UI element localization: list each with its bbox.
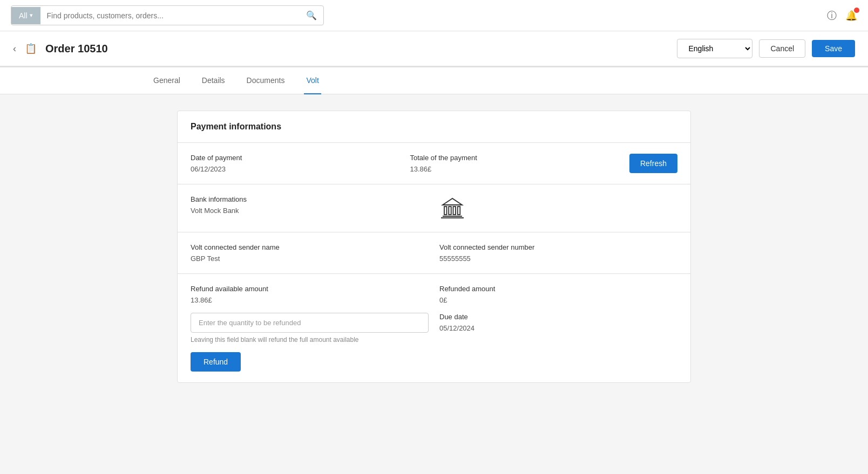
payment-card: Payment informations Date of payment 06/… (177, 111, 691, 383)
refund-amounts-row: Refund available amount 13.86£ Refunded … (191, 285, 677, 304)
bank-info-label: Bank informations (191, 195, 429, 203)
top-bar-right: ⓘ 🔔 (827, 9, 857, 22)
chevron-down-icon: ▾ (30, 12, 33, 19)
svg-marker-3 (443, 198, 462, 205)
main-content: Payment informations Date of payment 06/… (164, 94, 704, 399)
sender-number-value: 55555555 (439, 255, 677, 263)
refund-input-row: Leaving this field blank will refund the… (191, 313, 677, 344)
sender-name-label: Volt connected sender name (191, 243, 429, 251)
bank-icon (439, 195, 465, 221)
payment-card-title: Payment informations (191, 122, 281, 131)
search-icon: 🔍 (306, 11, 317, 20)
svg-rect-5 (449, 207, 451, 215)
help-button[interactable]: ⓘ (827, 9, 837, 22)
bank-info-row: Bank informations Volt Mock Bank (178, 184, 690, 232)
sender-number-group: Volt connected sender number 55555555 (439, 243, 677, 263)
search-container: All ▾ 🔍 (11, 5, 324, 25)
refund-button[interactable]: Refund (191, 352, 241, 372)
totale-value: 13.86£ (410, 165, 618, 173)
bank-info-group: Bank informations Volt Mock Bank (191, 195, 429, 221)
tabs-container: General Details Documents Volt (0, 67, 868, 94)
svg-rect-7 (458, 207, 460, 215)
help-icon: ⓘ (827, 10, 837, 21)
header-bar: ‹ 📋 Order 10510 English French German Ca… (0, 31, 868, 67)
refund-quantity-input[interactable] (191, 313, 429, 333)
due-date-group: Due date 05/12/2024 (439, 313, 677, 332)
payment-info-row1: Date of payment 06/12/2023 Totale of the… (178, 143, 690, 184)
refunded-amount-value: 0£ (439, 296, 677, 304)
language-select[interactable]: English French German (677, 39, 752, 58)
due-date-label: Due date (439, 313, 677, 321)
bank-icon-container (439, 195, 677, 221)
header-left: ‹ 📋 Order 10510 (13, 43, 108, 55)
sender-name-value: GBP Test (191, 255, 429, 263)
refund-available-group: Refund available amount 13.86£ (191, 285, 429, 304)
due-date-value: 05/12/2024 (439, 324, 677, 332)
sender-number-label: Volt connected sender number (439, 243, 677, 251)
search-all-label: All (19, 11, 28, 20)
page-title: Order 10510 (45, 43, 108, 55)
refunded-amount-group: Refunded amount 0£ (439, 285, 677, 304)
svg-rect-6 (453, 207, 456, 215)
sender-name-group: Volt connected sender name GBP Test (191, 243, 429, 263)
tab-details[interactable]: Details (200, 67, 227, 94)
notification-badge (854, 8, 859, 13)
totale-group: Totale of the payment 13.86£ (410, 154, 618, 173)
refund-input-container: Leaving this field blank will refund the… (191, 313, 429, 344)
save-button[interactable]: Save (812, 40, 855, 57)
payment-card-header: Payment informations (178, 111, 690, 143)
notifications-button[interactable]: 🔔 (845, 10, 857, 22)
refund-section: Refund available amount 13.86£ Refunded … (178, 274, 690, 382)
copy-button[interactable]: 📋 (25, 43, 37, 54)
sender-info-row: Volt connected sender name GBP Test Volt… (178, 232, 690, 274)
date-of-payment-group: Date of payment 06/12/2023 (191, 154, 399, 173)
back-button[interactable]: ‹ (13, 43, 16, 54)
refund-available-value: 13.86£ (191, 296, 429, 304)
search-input[interactable] (40, 7, 300, 24)
tab-general[interactable]: General (151, 67, 182, 94)
top-bar: All ▾ 🔍 ⓘ 🔔 (0, 0, 868, 31)
tab-documents[interactable]: Documents (245, 67, 287, 94)
bank-info-value: Volt Mock Bank (191, 207, 429, 215)
refresh-button[interactable]: Refresh (629, 154, 677, 173)
header-right: English French German Cancel Save (677, 39, 855, 58)
totale-label: Totale of the payment (410, 154, 618, 162)
svg-rect-4 (444, 207, 447, 215)
refunded-amount-label: Refunded amount (439, 285, 677, 293)
cancel-button[interactable]: Cancel (759, 39, 805, 58)
search-all-button[interactable]: All ▾ (11, 7, 40, 24)
tab-volt[interactable]: Volt (304, 67, 321, 94)
date-of-payment-label: Date of payment (191, 154, 399, 162)
date-of-payment-value: 06/12/2023 (191, 165, 399, 173)
refund-available-label: Refund available amount (191, 285, 429, 293)
search-button[interactable]: 🔍 (300, 6, 323, 25)
refund-hint: Leaving this field blank will refund the… (191, 336, 429, 344)
